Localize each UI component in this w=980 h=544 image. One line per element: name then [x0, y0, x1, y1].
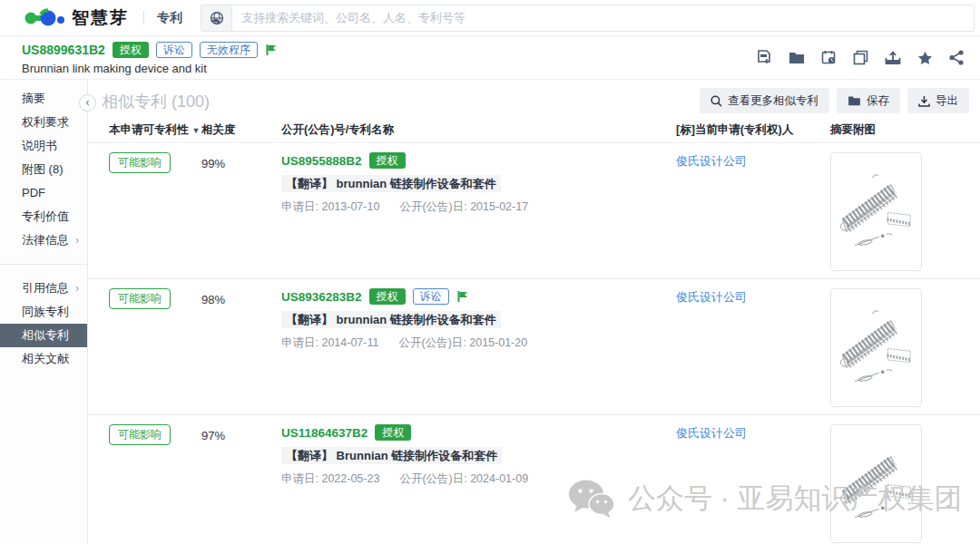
col-header-label: [标]当前申请(专利权)人 [676, 123, 793, 136]
copy-icon[interactable] [853, 50, 868, 65]
globe-icon [210, 11, 224, 25]
sidebar-item-label: 同族专利 [22, 305, 69, 318]
sidebar-item-abstract[interactable]: 摘要 [0, 87, 87, 111]
patent-header-bar: US8899631B2 授权 诉讼 无效程序 Brunnian link mak… [0, 36, 980, 80]
section-actions: 查看更多相似专利 保存 导出 [700, 88, 969, 113]
chevron-right-icon: › [75, 228, 79, 252]
save-button[interactable]: 保存 [837, 88, 900, 113]
section-title: 相似专利 (100) [102, 92, 210, 111]
export-icon[interactable] [885, 51, 901, 65]
save-label: 保存 [867, 93, 889, 109]
sidebar-item-label: 相关文献 [22, 352, 69, 365]
status-badge-litigation[interactable]: 诉讼 [156, 42, 192, 58]
publication-date: 公开(公告)日: 2015-01-20 [398, 335, 527, 351]
sidebar-item-label: 专利价值 [22, 209, 69, 223]
content-header: 相似专利 (100) 查看更多相似专利 保存 [88, 80, 980, 118]
favorite-star-icon[interactable] [917, 51, 933, 65]
search-box [201, 5, 975, 32]
main-content: 相似专利 (100) 查看更多相似专利 保存 [88, 80, 980, 544]
col-header-label: 摘要附图 [830, 123, 876, 136]
pdf-download-icon[interactable] [757, 50, 772, 65]
sidebar-item-related-literature[interactable]: 相关文献 [0, 347, 87, 371]
sidebar-collapse-button[interactable]: ‹ [79, 94, 96, 112]
patent-title-text: 【翻译】 Brunnian 链接制作设备和套件 [281, 447, 502, 464]
view-more-similar-button[interactable]: 查看更多相似专利 [700, 88, 829, 113]
application-date: 申请日: 2013-07-10 [281, 199, 379, 215]
patent-number[interactable]: US8899631B2 [22, 43, 105, 57]
assignee-link[interactable]: 俊氏设计公司 [676, 286, 747, 304]
patent-title-translated[interactable]: 【翻译】 brunnian 链接制作设备和套件 [281, 311, 676, 328]
save-report-icon[interactable] [821, 50, 837, 65]
patent-drawing [838, 161, 916, 263]
download-icon [918, 95, 930, 107]
sidebar-item-patent-value[interactable]: 专利价值 [0, 205, 87, 228]
col-header-number-title: 公开(公告)号/专利名称 [281, 122, 676, 138]
flag-icon [456, 290, 468, 303]
col-header-label: 公开(公告)号/专利名称 [281, 123, 394, 136]
table-row: 可能影响 99% US8955888B2 授权 【翻译】 brunnian 链接… [88, 143, 980, 279]
patent-drawing [838, 433, 916, 535]
sidebar-item-label: 法律信息 [22, 233, 69, 247]
export-label: 导出 [936, 93, 958, 109]
sidebar-item-label: 摘要 [22, 92, 45, 105]
table-header: 本申请可专利性▼ 相关度 公开(公告)号/专利名称 [标]当前申请(专利权)人 … [88, 118, 980, 143]
patent-number-link[interactable]: US11864637B2 [281, 426, 368, 440]
brand-name: 智慧芽 [72, 6, 129, 30]
relevance-value: 99% [201, 152, 281, 278]
share-icon[interactable] [949, 50, 964, 65]
patent-title-translated[interactable]: 【翻译】 Brunnian 链接制作设备和套件 [281, 447, 676, 464]
top-bar: 智慧芽 专利 [0, 0, 980, 36]
sort-descending-icon[interactable]: ▼ [192, 126, 201, 135]
sidebar-item-legal-info[interactable]: 法律信息› [0, 228, 87, 252]
patsnap-logo-icon [24, 8, 65, 28]
nav-patent-tab[interactable]: 专利 [157, 10, 182, 26]
table-row: 可能影响 98% US8936283B2 授权 诉讼 【翻译】 brunnian… [88, 279, 980, 415]
col-header-label: 相关度 [201, 123, 236, 136]
sidebar-item-family[interactable]: 同族专利 [0, 300, 87, 324]
sidebar-item-drawings[interactable]: 附图 (8) [0, 158, 87, 181]
sidebar-item-description[interactable]: 说明书 [0, 134, 87, 158]
sidebar-item-label: 引用信息 [22, 281, 69, 295]
status-badge-granted: 授权 [113, 42, 149, 58]
patent-toolbar [757, 50, 964, 65]
patent-number-link[interactable]: US8955888B2 [281, 154, 362, 168]
sidebar-item-label: 附图 (8) [22, 162, 64, 176]
divider [0, 264, 87, 265]
sidebar-item-citations[interactable]: 引用信息› [0, 277, 87, 300]
sidebar-item-label: PDF [22, 186, 45, 199]
publication-date: 公开(公告)日: 2015-02-17 [399, 199, 528, 215]
export-button[interactable]: 导出 [907, 88, 969, 113]
status-badge-litigation[interactable]: 诉讼 [413, 288, 449, 305]
patentability-badge: 可能影响 [109, 424, 171, 445]
patent-dates: 申请日: 2014-07-11 公开(公告)日: 2015-01-20 [281, 335, 676, 351]
search-icon [710, 95, 722, 107]
sidebar-item-claims[interactable]: 权利要求 [0, 111, 87, 134]
section-count: (100) [172, 92, 210, 111]
patent-title-text: 【翻译】 brunnian 链接制作设备和套件 [281, 311, 501, 328]
col-header-thumbnail: 摘要附图 [830, 122, 966, 138]
patent-drawing [838, 297, 916, 399]
abstract-drawing-thumbnail[interactable] [830, 152, 922, 271]
patent-number-link[interactable]: US8936283B2 [281, 290, 362, 304]
publication-date: 公开(公告)日: 2024-01-09 [399, 471, 528, 487]
abstract-drawing-thumbnail[interactable] [830, 288, 922, 407]
col-header-patentability[interactable]: 本申请可专利性▼ [88, 122, 201, 138]
patent-dates: 申请日: 2013-07-10 公开(公告)日: 2015-02-17 [281, 199, 676, 215]
application-date: 申请日: 2014-07-11 [281, 335, 378, 351]
status-badge-invalidation[interactable]: 无效程序 [200, 42, 258, 58]
assignee-link[interactable]: 俊氏设计公司 [676, 422, 747, 440]
patentability-badge: 可能影响 [109, 152, 171, 173]
search-scope-selector[interactable] [201, 5, 232, 31]
sidebar-item-label: 权利要求 [22, 115, 69, 129]
abstract-drawing-thumbnail[interactable] [830, 424, 922, 543]
sidebar-item-pdf[interactable]: PDF [0, 181, 87, 205]
folder-icon[interactable] [789, 51, 805, 64]
search-input[interactable] [232, 5, 974, 31]
assignee-link[interactable]: 俊氏设计公司 [676, 150, 747, 168]
folder-icon [848, 95, 861, 106]
sidebar: 摘要 权利要求 说明书 附图 (8) PDF 专利价值 法律信息› 引用信息› … [0, 80, 88, 544]
patent-title-translated[interactable]: 【翻译】 brunnian 链接制作设备和套件 [281, 175, 676, 192]
sidebar-item-similar-patents[interactable]: 相似专利 [0, 324, 87, 347]
relevance-value: 98% [201, 288, 281, 414]
relevance-value: 97% [201, 424, 281, 544]
